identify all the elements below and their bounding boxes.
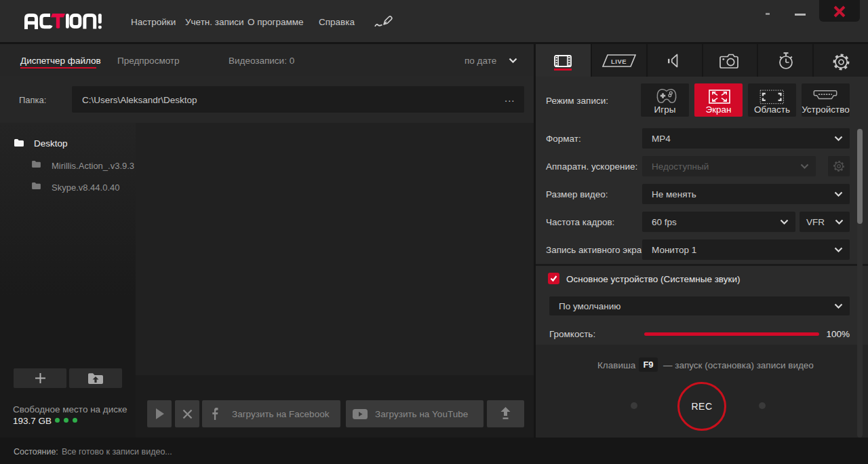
svg-text:LIVE: LIVE [611,58,627,65]
